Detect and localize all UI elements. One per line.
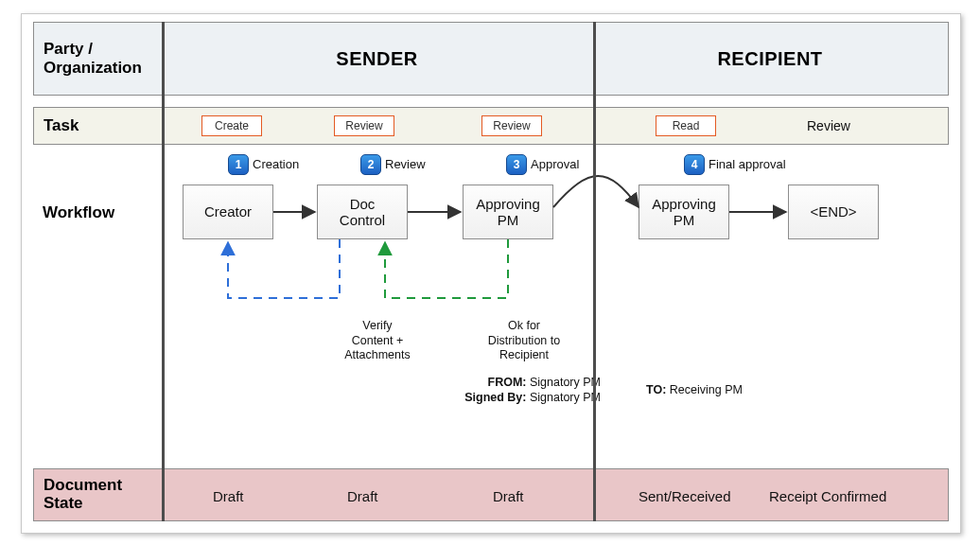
task-review-1: Review (334, 115, 394, 136)
feedback-approving-to-doc (385, 239, 508, 298)
step-badge-2: 2 (360, 154, 381, 175)
state-2: Draft (347, 488, 378, 504)
task-review-2: Review (481, 115, 542, 136)
state-1: Draft (213, 488, 244, 504)
band-party: Party / Organization SENDER RECIPIENT (33, 22, 949, 96)
feedback-doc-to-creator (228, 239, 340, 298)
diagram-frame: Party / Organization SENDER RECIPIENT Ta… (21, 13, 961, 534)
step-label-1: Creation (253, 157, 299, 171)
anno-from-signed: FROM: Signatory PM Signed By: Signatory … (449, 376, 601, 405)
col-header-recipient: RECIPIENT (592, 48, 948, 70)
node-approving-pm-sender: Approving PM (463, 185, 553, 239)
row-label-state: Document State (34, 477, 162, 512)
state-4: Sent/Received (639, 488, 731, 504)
anno-verify: Verify Content + Attachments (330, 319, 425, 363)
step-label-3: Approval (531, 157, 579, 171)
separator-sender-recipient (593, 22, 596, 521)
node-approving-pm-recipient: Approving PM (639, 185, 729, 239)
step-label-4: Final approval (709, 157, 786, 171)
step-badge-4: 4 (684, 154, 705, 175)
node-doc-control: Doc Control (317, 185, 408, 239)
step-badge-3: 3 (506, 154, 527, 175)
task-create: Create (201, 115, 262, 136)
step-badge-1: 1 (228, 154, 249, 175)
separator-labels (162, 22, 165, 521)
row-label-workflow: Workflow (43, 203, 114, 222)
step-label-2: Review (385, 157, 426, 171)
row-label-task: Task (34, 116, 162, 135)
task-review-plain: Review (807, 118, 850, 133)
node-end: <END> (788, 185, 879, 239)
node-creator: Creator (183, 185, 273, 239)
state-3: Draft (493, 488, 524, 504)
anno-ok-dist: Ok for Distribution to Recipient (472, 319, 576, 363)
task-read: Read (656, 115, 716, 136)
row-label-party: Party / Organization (34, 32, 162, 84)
arrow-approving-to-recipient (553, 176, 639, 207)
anno-to: TO: Receiving PM (646, 383, 743, 398)
state-5: Receipt Confirmed (769, 488, 886, 504)
col-header-sender: SENDER (162, 48, 592, 70)
